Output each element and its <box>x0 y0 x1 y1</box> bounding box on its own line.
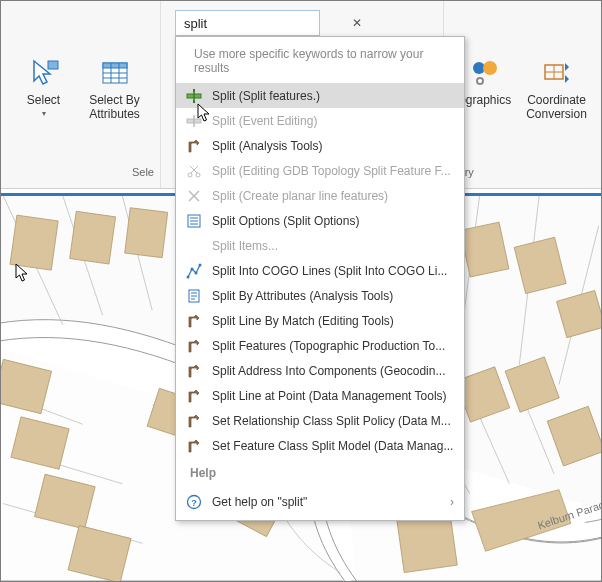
split-feature-icon <box>186 88 202 104</box>
svg-line-23 <box>191 166 198 173</box>
svg-point-33 <box>195 271 198 274</box>
result-item[interactable]: Split Options (Split Options) <box>176 208 464 233</box>
result-item[interactable]: Split Features (Topographic Production T… <box>176 333 464 358</box>
select-cursor-icon <box>28 57 60 89</box>
svg-point-32 <box>191 267 194 270</box>
result-label: Split (Analysis Tools) <box>212 139 322 153</box>
svg-point-22 <box>196 173 200 177</box>
script-icon <box>186 288 202 304</box>
get-help-label: Get help on "split" <box>212 495 307 509</box>
scissors-gray-icon <box>186 163 202 179</box>
result-label: Split (Editing GDB Topology Split Featur… <box>212 164 451 178</box>
results-hint: Use more specific keywords to narrow you… <box>176 37 464 83</box>
svg-rect-17 <box>193 89 195 92</box>
hammer-icon <box>186 313 202 329</box>
ribbon-group-label-left: Sele <box>132 166 154 182</box>
svg-rect-62 <box>125 208 168 258</box>
result-label: Set Relationship Class Split Policy (Dat… <box>212 414 451 428</box>
x-gray-icon <box>186 188 202 204</box>
svg-point-31 <box>187 275 190 278</box>
svg-rect-61 <box>70 211 116 264</box>
svg-rect-82 <box>397 512 458 573</box>
result-label: Set Feature Class Split Model (Data Mana… <box>212 439 453 453</box>
chevron-right-icon: › <box>450 495 454 509</box>
result-item[interactable]: Split By Attributes (Analysis Tools) <box>176 283 464 308</box>
coord-label1: Coordinate <box>527 93 586 107</box>
clear-search-button[interactable]: ✕ <box>352 16 362 30</box>
result-label: Split By Attributes (Analysis Tools) <box>212 289 393 303</box>
result-label: Split Into COGO Lines (Split Into COGO L… <box>212 264 447 278</box>
svg-point-10 <box>478 79 482 83</box>
search-input[interactable] <box>184 16 352 31</box>
ribbon-group-inquiry: fographics Coordinate Conversion quiry <box>443 1 601 188</box>
result-label: Split Line By Match (Editing Tools) <box>212 314 394 328</box>
options-icon <box>186 213 202 229</box>
svg-rect-60 <box>10 215 58 270</box>
select-by-attributes-button[interactable]: Select By Attributes <box>78 53 152 125</box>
select-attributes-icon <box>99 57 131 89</box>
select-by-attr-label1: Select By <box>89 93 140 107</box>
svg-point-8 <box>483 61 497 75</box>
result-item[interactable]: Split Line at Point (Data Management Too… <box>176 383 464 408</box>
select-label: Select <box>27 93 60 107</box>
result-item[interactable]: Set Relationship Class Split Policy (Dat… <box>176 408 464 433</box>
result-item: Split (Create planar line features) <box>176 183 464 208</box>
hammer-icon <box>186 338 202 354</box>
svg-rect-2 <box>103 63 127 68</box>
result-label: Split (Split features.) <box>212 89 320 103</box>
svg-rect-18 <box>193 100 195 103</box>
command-search-box[interactable]: ✕ <box>175 10 320 36</box>
hammer-icon <box>186 138 202 154</box>
result-label: Split (Create planar line features) <box>212 189 388 203</box>
cogo-icon <box>186 263 202 279</box>
select-by-attr-label2: Attributes <box>89 107 140 121</box>
svg-text:?: ? <box>191 498 197 508</box>
select-button[interactable]: Select ▾ <box>10 53 78 125</box>
coordinate-icon <box>541 57 573 89</box>
get-help-item[interactable]: ? Get help on "split" › <box>176 486 464 520</box>
help-section-header: Help <box>176 458 464 486</box>
svg-point-34 <box>199 263 202 266</box>
result-item[interactable]: Split (Analysis Tools) <box>176 133 464 158</box>
infographics-icon <box>468 57 500 89</box>
coordinate-conversion-button[interactable]: Coordinate Conversion <box>518 53 596 125</box>
none-icon <box>186 238 202 254</box>
result-label: Split (Event Editing) <box>212 114 317 128</box>
svg-point-21 <box>188 173 192 177</box>
result-item[interactable]: Split (Split features.) <box>176 83 464 108</box>
hammer-icon <box>186 363 202 379</box>
ribbon-group-selection: Select ▾ Select By Attributes Sele <box>1 1 161 188</box>
result-item[interactable]: Set Feature Class Split Model (Data Mana… <box>176 433 464 458</box>
result-label: Split Options (Split Options) <box>212 214 359 228</box>
svg-rect-0 <box>48 61 58 69</box>
result-label: Split Features (Topographic Production T… <box>212 339 445 353</box>
hammer-icon <box>186 413 202 429</box>
help-icon: ? <box>186 494 202 510</box>
hammer-icon <box>186 438 202 454</box>
search-results-dropdown: Use more specific keywords to narrow you… <box>175 36 465 521</box>
result-item: Split Items... <box>176 233 464 258</box>
hammer-icon <box>186 388 202 404</box>
result-item[interactable]: Split Into COGO Lines (Split Into COGO L… <box>176 258 464 283</box>
svg-line-24 <box>190 166 197 173</box>
coord-label2: Conversion <box>526 107 587 121</box>
result-label: Split Address Into Components (Geocodin.… <box>212 364 445 378</box>
split-feature-gray-icon <box>186 113 202 129</box>
result-item: Split (Editing GDB Topology Split Featur… <box>176 158 464 183</box>
result-item[interactable]: Split Address Into Components (Geocodin.… <box>176 358 464 383</box>
result-item[interactable]: Split Line By Match (Editing Tools) <box>176 308 464 333</box>
result-item: Split (Event Editing) <box>176 108 464 133</box>
result-label: Split Items... <box>212 239 278 253</box>
result-label: Split Line at Point (Data Management Too… <box>212 389 447 403</box>
